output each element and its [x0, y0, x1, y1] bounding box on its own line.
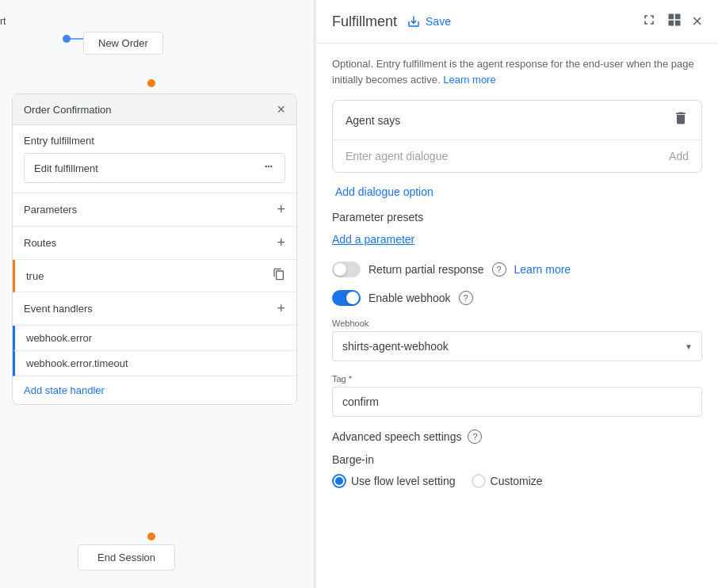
svg-point-7 — [147, 533, 155, 540]
close-icon: × — [692, 11, 702, 31]
maximize-icon — [641, 12, 657, 28]
save-label: Save — [426, 15, 451, 28]
edit-fulfillment-icon — [262, 160, 275, 176]
save-icon — [407, 14, 421, 29]
enable-webhook-label: Enable webhook — [369, 292, 451, 304]
maximize-button[interactable] — [641, 12, 657, 32]
right-header: Fulfillment Save × — [316, 0, 718, 44]
use-flow-level-radio[interactable]: Use flow level setting — [332, 474, 456, 488]
webhook-select-wrapper: shirts-agent-webhook — [332, 331, 702, 361]
webhook-error-label: webhook.error — [26, 332, 92, 344]
add-dialogue-option-link[interactable]: Add dialogue option — [332, 185, 702, 211]
event-handlers-label: Event handlers — [24, 303, 93, 315]
agent-dialogue-input-row[interactable]: Enter agent dialogue Add — [333, 140, 701, 172]
order-confirmation-panel: Order Confirmation × Entry fulfillment E… — [12, 94, 297, 405]
add-event-handler-icon[interactable]: + — [277, 300, 285, 317]
bottom-orange-dot-svg — [145, 530, 158, 543]
split-icon — [666, 12, 682, 28]
route-label: true — [26, 270, 44, 282]
add-parameter-link[interactable]: Add a parameter — [332, 233, 702, 246]
oc-header: Order Confirmation × — [13, 94, 296, 125]
svg-point-5 — [268, 166, 270, 168]
radio-outer-2 — [472, 474, 486, 488]
end-session-node: End Session — [78, 544, 175, 571]
customize-radio[interactable]: Customize — [472, 474, 543, 488]
save-button[interactable]: Save — [407, 14, 451, 29]
tag-field-label: Tag * — [332, 374, 702, 384]
svg-point-4 — [265, 166, 267, 168]
right-content: Optional. Entry fulfillment is the agent… — [316, 44, 718, 507]
new-order-node: New Order — [83, 32, 163, 55]
route-copy-icon[interactable] — [273, 268, 285, 284]
add-route-icon[interactable]: + — [277, 235, 285, 251]
radio-outer-1 — [332, 474, 346, 488]
agent-says-box: Agent says Enter agent dialogue Add — [332, 100, 702, 173]
right-header-left: Fulfillment Save — [332, 13, 451, 30]
webhook-select[interactable]: shirts-agent-webhook — [332, 331, 702, 361]
barge-in-section: Barge-in Use flow level setting Customiz… — [332, 453, 702, 488]
enable-webhook-row: Enable webhook ? — [332, 290, 702, 306]
entry-fulfillment-section: Entry fulfillment Edit fulfillment — [13, 125, 296, 193]
right-panel: Fulfillment Save × — [316, 0, 718, 588]
advanced-speech-help-icon[interactable]: ? — [468, 430, 482, 444]
routes-header: Routes + — [13, 227, 296, 260]
advanced-speech-title: Advanced speech settings ? — [332, 430, 702, 444]
add-parameter-icon[interactable]: + — [277, 201, 285, 218]
tag-field-group: Tag * — [332, 374, 702, 417]
edit-fulfillment-label: Edit fulfillment — [34, 162, 98, 174]
entry-fulfillment-label: Entry fulfillment — [24, 135, 285, 147]
flow-level-label: Use flow level setting — [351, 475, 456, 487]
edit-fulfillment-button[interactable]: Edit fulfillment — [24, 153, 285, 183]
oc-title: Order Confirmation — [24, 104, 112, 116]
route-item: true — [13, 260, 296, 292]
webhook-error-item: webhook.error — [13, 326, 296, 351]
enable-webhook-toggle[interactable] — [332, 290, 361, 306]
return-partial-learn-more[interactable]: Learn more — [514, 263, 571, 276]
left-panel: rt New Order Order Confirmation × Entry … — [0, 0, 313, 588]
agent-dialogue-placeholder: Enter agent dialogue — [346, 150, 448, 162]
close-button[interactable]: × — [692, 11, 702, 32]
barge-in-radio-group: Use flow level setting Customize — [332, 474, 702, 488]
description-learn-more-link[interactable]: Learn more — [443, 74, 495, 86]
svg-point-2 — [63, 35, 71, 43]
hours-label: rt — [0, 16, 6, 27]
routes-section: Routes + true — [13, 227, 296, 292]
event-handlers-header: Event handlers + — [13, 292, 296, 326]
return-partial-label: Return partial response — [369, 263, 484, 276]
return-partial-toggle[interactable] — [332, 262, 361, 277]
svg-point-6 — [270, 166, 273, 168]
webhook-field-label: Webhook — [332, 319, 702, 328]
fulfillment-title: Fulfillment — [332, 13, 397, 30]
delete-icon — [673, 110, 689, 126]
webhook-toggle-knob — [346, 292, 359, 304]
parameters-row: Parameters + — [13, 193, 296, 227]
oc-close-icon[interactable]: × — [277, 102, 285, 116]
description-text: Optional. Entry fulfillment is the agent… — [332, 56, 702, 87]
svg-point-3 — [147, 79, 155, 87]
agent-dialogue-add-btn[interactable]: Add — [669, 150, 689, 162]
customize-label: Customize — [491, 475, 543, 487]
agent-says-header: Agent says — [333, 101, 701, 140]
routes-label: Routes — [24, 237, 56, 249]
agent-says-delete-button[interactable] — [673, 110, 689, 130]
parameter-presets-title: Parameter presets — [332, 211, 702, 223]
tag-input[interactable] — [332, 387, 702, 417]
parameters-label: Parameters — [24, 204, 77, 216]
header-actions: × — [641, 11, 702, 32]
webhook-field-group: Webhook shirts-agent-webhook — [332, 319, 702, 361]
split-button[interactable] — [666, 12, 682, 32]
return-partial-row: Return partial response ? Learn more — [332, 262, 702, 277]
toggle-knob — [334, 263, 346, 276]
radio-inner-1 — [335, 477, 343, 485]
webhook-error-timeout-item: webhook.error.timeout — [13, 351, 296, 376]
agent-says-title: Agent says — [346, 114, 400, 127]
webhook-help-icon[interactable]: ? — [459, 291, 473, 305]
webhook-error-timeout-label: webhook.error.timeout — [26, 357, 128, 369]
add-state-handler-link[interactable]: Add state handler — [13, 376, 296, 404]
barge-in-label: Barge-in — [332, 453, 702, 466]
return-partial-help-icon[interactable]: ? — [492, 262, 506, 277]
